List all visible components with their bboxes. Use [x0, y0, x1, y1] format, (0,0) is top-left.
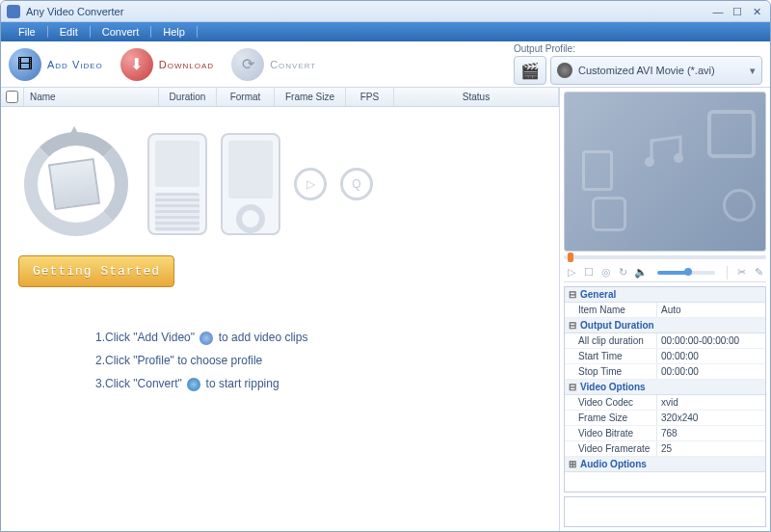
ipod-icon [221, 133, 280, 235]
step-1: 1.Click "Add Video" to add video clips [95, 326, 542, 349]
minimize-button[interactable]: — [710, 6, 726, 17]
file-list-panel: Name Duration Format Frame Size FPS Stat… [1, 88, 560, 531]
output-profile-select[interactable]: Customized AVI Movie (*.avi) ▾ [550, 56, 762, 85]
gear-icon [557, 63, 572, 78]
group-general[interactable]: ⊟General [565, 287, 765, 303]
output-profile-icon-button[interactable]: 🎬 [514, 56, 546, 85]
step-3: 3.Click "Convert" to start ripping [95, 372, 542, 395]
tablet-icon [582, 150, 613, 191]
menu-file[interactable]: File [7, 26, 47, 38]
col-status[interactable]: Status [394, 88, 559, 106]
reel-icon [18, 126, 134, 242]
group-video-options[interactable]: ⊟Video Options [565, 380, 765, 395]
output-profile-label: Output Profile: [514, 43, 762, 54]
output-profile-value: Customized AVI Movie (*.avi) [578, 65, 715, 76]
step-2: 2.Click "Profile" to choose profile [95, 349, 542, 372]
quicktime-icon: Q [340, 168, 373, 200]
prop-video-codec[interactable]: Video Codecxvid [565, 395, 765, 411]
toolbar: 🎞 Add Video ⬇ Download ⟳ Convert Output … [1, 41, 770, 88]
prop-all-clip[interactable]: All clip duration00:00:00-00:00:00 [565, 333, 765, 349]
col-frame-size[interactable]: Frame Size [275, 88, 346, 106]
convert-button[interactable]: ⟳ Convert [231, 48, 316, 81]
film-reel-icon: 🎞 [9, 48, 41, 81]
loop-button[interactable]: ↻ [618, 266, 629, 279]
app-icon [7, 5, 20, 18]
title-bar: Any Video Converter — ☐ ✕ [1, 1, 770, 22]
getting-started-button[interactable]: Getting Started [18, 255, 174, 287]
prop-start-time[interactable]: Start Time00:00:00 [565, 349, 765, 364]
svg-point-1 [674, 153, 683, 163]
download-label: Download [159, 59, 214, 70]
download-icon: ⬇ [120, 48, 153, 81]
phone-icon [147, 133, 207, 235]
expand-icon: ⊞ [569, 459, 578, 469]
col-fps[interactable]: FPS [346, 88, 394, 106]
menu-edit[interactable]: Edit [48, 26, 90, 38]
output-profile: Output Profile: 🎬 Customized AVI Movie (… [514, 43, 762, 85]
volume-slider[interactable] [657, 271, 715, 275]
seek-bar[interactable] [564, 255, 766, 259]
edit-button[interactable]: ✎ [753, 266, 764, 279]
prop-video-framerate[interactable]: Video Framerate25 [565, 441, 765, 457]
convert-icon: ⟳ [231, 48, 264, 81]
app-title: Any Video Converter [26, 6, 123, 17]
prop-frame-size[interactable]: Frame Size320x240 [565, 411, 765, 426]
prop-stop-time[interactable]: Stop Time00:00:00 [565, 364, 765, 380]
illustration: ▷ Q [18, 126, 542, 242]
menu-help[interactable]: Help [151, 26, 197, 38]
preview-controls: ▷ ☐ ◎ ↻ 🔈 ✂ ✎ [564, 263, 766, 282]
col-name[interactable]: Name [24, 88, 159, 106]
disc-icon [723, 189, 756, 222]
mute-button[interactable]: 🔈 [634, 266, 648, 279]
play-button[interactable]: ▷ [566, 266, 577, 279]
clapper-icon [707, 110, 756, 158]
snapshot-button[interactable]: ◎ [600, 266, 612, 279]
group-audio-options[interactable]: ⊞Audio Options [565, 457, 765, 472]
prop-item-name[interactable]: Item NameAuto [565, 303, 765, 318]
collapse-icon: ⊟ [569, 289, 578, 300]
chevron-down-icon: ▾ [750, 65, 756, 77]
film-reel-icon [199, 332, 213, 345]
download-button[interactable]: ⬇ Download [120, 48, 214, 81]
select-all-checkbox[interactable] [1, 88, 24, 106]
description-box [564, 496, 766, 527]
properties-panel: ⊟General Item NameAuto ⊟Output Duration … [564, 286, 766, 492]
menu-bar: File Edit Convert Help [1, 22, 770, 41]
svg-point-0 [645, 157, 654, 167]
ipod-icon [592, 197, 626, 231]
close-button[interactable]: ✕ [749, 6, 764, 17]
collapse-icon: ⊟ [569, 320, 578, 331]
col-duration[interactable]: Duration [159, 88, 217, 106]
convert-label: Convert [270, 59, 316, 70]
stop-button[interactable]: ☐ [583, 266, 595, 279]
cut-button[interactable]: ✂ [735, 266, 747, 279]
prop-video-bitrate[interactable]: Video Bitrate768 [565, 426, 765, 441]
add-video-button[interactable]: 🎞 Add Video [9, 48, 103, 81]
menu-convert[interactable]: Convert [91, 26, 151, 38]
collapse-icon: ⊟ [569, 382, 578, 392]
list-header: Name Duration Format Frame Size FPS Stat… [1, 88, 559, 107]
preview-area[interactable] [564, 92, 766, 252]
maximize-button[interactable]: ☐ [730, 6, 745, 17]
right-panel: ▷ ☐ ◎ ↻ 🔈 ✂ ✎ ⊟General Item NameAuto ⊟Ou… [560, 88, 770, 531]
add-video-label: Add Video [47, 59, 103, 70]
col-format[interactable]: Format [217, 88, 275, 106]
convert-icon [187, 378, 200, 391]
play-circle-icon: ▷ [294, 168, 327, 200]
instructions: 1.Click "Add Video" to add video clips 2… [95, 326, 542, 395]
group-output-duration[interactable]: ⊟Output Duration [565, 318, 765, 333]
film-icon: 🎬 [520, 62, 540, 80]
empty-stage: ▷ Q Getting Started 1.Click "Add Video" … [1, 107, 559, 531]
music-note-icon [642, 133, 690, 172]
